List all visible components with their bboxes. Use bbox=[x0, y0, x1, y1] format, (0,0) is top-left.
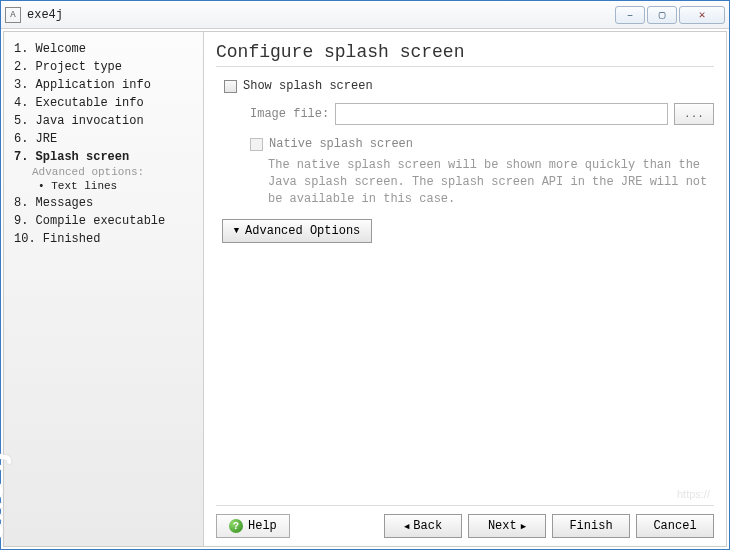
step-application-info[interactable]: 3. Application info bbox=[14, 76, 193, 94]
step-messages[interactable]: 8. Messages bbox=[14, 194, 193, 212]
advanced-options-button[interactable]: ▼ Advanced Options bbox=[222, 219, 372, 243]
step-splash-screen[interactable]: 7. Splash screen bbox=[14, 148, 193, 166]
native-splash-description: The native splash screen will be shown m… bbox=[216, 153, 714, 207]
native-splash-row: Native splash screen bbox=[216, 135, 714, 153]
app-icon: A bbox=[5, 7, 21, 23]
wizard-steps: 1. Welcome 2. Project type 3. Applicatio… bbox=[14, 40, 193, 248]
step-finished[interactable]: 10. Finished bbox=[14, 230, 193, 248]
brand-logo: exe4j bbox=[0, 450, 12, 540]
cancel-label: Cancel bbox=[653, 519, 696, 533]
wizard-sidebar: 1. Welcome 2. Project type 3. Applicatio… bbox=[4, 32, 204, 546]
step-welcome[interactable]: 1. Welcome bbox=[14, 40, 193, 58]
content-area: 1. Welcome 2. Project type 3. Applicatio… bbox=[3, 31, 727, 547]
titlebar: A exe4j – ▢ ✕ bbox=[1, 1, 729, 29]
substep-text-lines[interactable]: • Text lines bbox=[14, 178, 193, 194]
app-window: A exe4j – ▢ ✕ 1. Welcome 2. Project type… bbox=[0, 0, 730, 550]
chevron-down-icon: ▼ bbox=[234, 226, 239, 236]
window-controls: – ▢ ✕ bbox=[615, 6, 725, 24]
minimize-icon: – bbox=[627, 9, 634, 21]
help-label: Help bbox=[248, 519, 277, 533]
window-title: exe4j bbox=[27, 8, 615, 22]
step-compile-executable[interactable]: 9. Compile executable bbox=[14, 212, 193, 230]
maximize-button[interactable]: ▢ bbox=[647, 6, 677, 24]
browse-button[interactable]: ... bbox=[674, 103, 714, 125]
help-button[interactable]: ? Help bbox=[216, 514, 290, 538]
help-icon: ? bbox=[229, 519, 243, 533]
step-executable-info[interactable]: 4. Executable info bbox=[14, 94, 193, 112]
ellipsis-icon: ... bbox=[684, 108, 704, 120]
step-java-invocation[interactable]: 5. Java invocation bbox=[14, 112, 193, 130]
triangle-right-icon: ▶ bbox=[521, 521, 526, 532]
step-project-type[interactable]: 2. Project type bbox=[14, 58, 193, 76]
maximize-icon: ▢ bbox=[659, 8, 666, 21]
show-splash-checkbox[interactable] bbox=[224, 80, 237, 93]
advanced-options-label: Advanced Options bbox=[245, 224, 360, 238]
native-splash-label: Native splash screen bbox=[269, 137, 413, 151]
advanced-options-label: Advanced options: bbox=[14, 166, 193, 178]
finish-button[interactable]: Finish bbox=[552, 514, 630, 538]
close-icon: ✕ bbox=[699, 8, 706, 21]
next-button[interactable]: Next ▶ bbox=[468, 514, 546, 538]
cancel-button[interactable]: Cancel bbox=[636, 514, 714, 538]
finish-label: Finish bbox=[569, 519, 612, 533]
back-button[interactable]: ◀ Back bbox=[384, 514, 462, 538]
step-jre[interactable]: 6. JRE bbox=[14, 130, 193, 148]
minimize-button[interactable]: – bbox=[615, 6, 645, 24]
main-panel: Configure splash screen Show splash scre… bbox=[204, 32, 726, 546]
show-splash-row: Show splash screen bbox=[216, 77, 714, 95]
wizard-footer: ? Help ◀ Back Next ▶ Finish Cancel bbox=[216, 505, 714, 538]
native-splash-checkbox[interactable] bbox=[250, 138, 263, 151]
spacer bbox=[216, 243, 714, 505]
show-splash-label: Show splash screen bbox=[243, 79, 373, 93]
next-label: Next bbox=[488, 519, 517, 533]
page-title: Configure splash screen bbox=[216, 42, 714, 67]
back-label: Back bbox=[413, 519, 442, 533]
image-file-row: Image file: ... bbox=[216, 101, 714, 127]
close-button[interactable]: ✕ bbox=[679, 6, 725, 24]
image-file-label: Image file: bbox=[250, 107, 329, 121]
triangle-left-icon: ◀ bbox=[404, 521, 409, 532]
image-file-input[interactable] bbox=[335, 103, 668, 125]
